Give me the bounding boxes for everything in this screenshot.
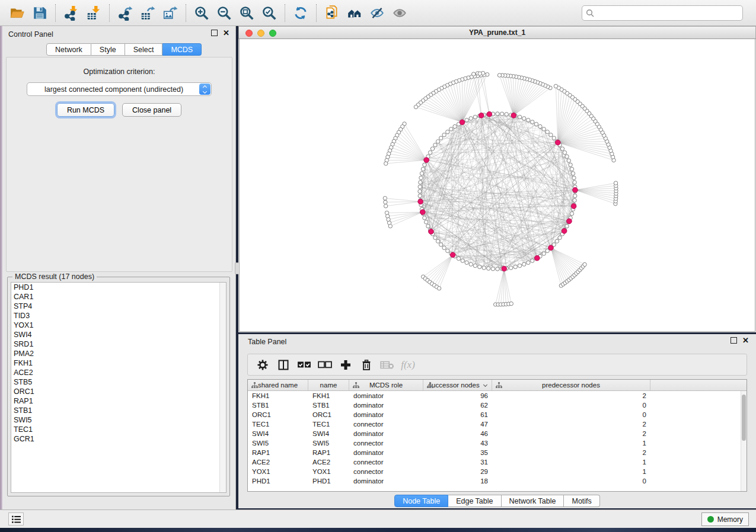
mcds-result-item[interactable]: CAR1	[11, 292, 226, 302]
show-columns-button[interactable]	[276, 358, 291, 372]
mcds-result-item[interactable]: SRD1	[11, 339, 226, 349]
zoom-out-button[interactable]	[213, 2, 235, 24]
mcds-result-item[interactable]: SWI5	[11, 415, 226, 425]
mcds-result-item[interactable]: TID3	[11, 311, 226, 321]
control-tab-style[interactable]: Style	[91, 43, 125, 56]
table-row[interactable]: ORC1ORC1dominator610	[248, 410, 747, 419]
mcds-result-item[interactable]: ACE2	[11, 368, 226, 377]
mcds-result-item[interactable]: STB5	[11, 377, 226, 387]
window-zoom-traffic-light[interactable]	[269, 30, 276, 37]
show-all-button[interactable]	[388, 2, 411, 24]
new-network-from-selection-button[interactable]	[321, 2, 343, 24]
search-input[interactable]	[582, 5, 743, 21]
zoom-fit-button[interactable]	[235, 2, 258, 24]
export-network-button[interactable]	[114, 2, 136, 24]
mcds-result-item[interactable]: PHD1	[11, 283, 226, 292]
table-row[interactable]: FKH1FKH1dominator962	[248, 391, 747, 400]
scrollbar-thumb[interactable]	[742, 395, 746, 441]
export-image-icon	[162, 5, 178, 21]
cell-successor-nodes: 29	[423, 467, 492, 476]
network-graph[interactable]	[240, 39, 755, 331]
function-builder-button-disabled[interactable]: f(x)	[400, 358, 416, 372]
cell-mcds-role: dominator	[349, 429, 423, 438]
mcds-result-item[interactable]: STP4	[11, 302, 226, 311]
column-header-successor-nodes[interactable]: successor nodes	[423, 380, 492, 390]
network-canvas[interactable]	[239, 39, 755, 332]
task-history-button[interactable]	[8, 512, 24, 525]
table-tab-edge-table[interactable]: Edge Table	[448, 495, 501, 507]
cell-name: SWI5	[308, 438, 349, 448]
import-table-button[interactable]	[82, 2, 105, 24]
delete-column-button[interactable]	[359, 358, 374, 372]
column-header-shared-name[interactable]: shared name	[248, 380, 308, 390]
add-column-button[interactable]	[338, 358, 353, 372]
export-image-button[interactable]	[159, 2, 181, 24]
zoom-out-icon	[216, 5, 232, 21]
control-panel-titlebar: Control Panel ✕	[2, 26, 235, 41]
mcds-result-item[interactable]: GCR1	[11, 434, 226, 444]
toolbar-separator	[55, 4, 56, 22]
control-panel-title: Control Panel	[8, 30, 53, 39]
close-panel-icon[interactable]: ✕	[742, 337, 749, 344]
refresh-button[interactable]	[289, 2, 312, 24]
cell-shared-name: FKH1	[248, 391, 308, 400]
mcds-result-item[interactable]: ORC1	[11, 387, 226, 396]
control-tab-mcds[interactable]: MCDS	[162, 43, 202, 56]
close-panel-icon[interactable]: ✕	[223, 30, 229, 36]
memory-button[interactable]: Memory	[701, 512, 749, 526]
column-header-predecessor-nodes[interactable]: predecessor nodes	[492, 380, 650, 390]
float-panel-icon[interactable]	[731, 337, 737, 344]
window-minimize-traffic-light[interactable]	[257, 30, 264, 37]
import-network-button[interactable]	[60, 2, 82, 24]
zoom-selected-button[interactable]	[258, 2, 280, 24]
export-network-icon	[117, 5, 133, 21]
table-row[interactable]: SWI5SWI5connector431	[248, 438, 747, 448]
zoom-in-icon	[194, 5, 209, 21]
open-file-button[interactable]	[6, 2, 28, 24]
column-header-name[interactable]: name	[308, 380, 349, 390]
mcds-result-item[interactable]: STB1	[11, 406, 226, 415]
node-table-scrollbar[interactable]	[741, 391, 747, 491]
export-table-button[interactable]	[136, 2, 159, 24]
optimization-criterion-label: Optimization criterion:	[7, 68, 232, 76]
cell-mcds-role: connector	[349, 438, 423, 448]
column-header-MCDS-role[interactable]: MCDS role	[349, 380, 423, 390]
mcds-result-item[interactable]: YOX1	[11, 321, 226, 330]
mcds-result-item[interactable]: TEC1	[11, 425, 226, 434]
control-tab-select[interactable]: Select	[125, 43, 163, 56]
mcds-result-item[interactable]: PMA2	[11, 349, 226, 358]
mcds-result-item[interactable]: SWI4	[11, 330, 226, 339]
toolbar-separator	[285, 4, 285, 22]
table-row[interactable]: PHD1PHD1dominator180	[248, 476, 747, 486]
toolbar-separator	[316, 4, 317, 22]
table-row[interactable]: STB1STB1dominator620	[248, 400, 747, 410]
window-close-traffic-light[interactable]	[245, 30, 253, 37]
table-settings-button[interactable]	[255, 358, 270, 372]
mcds-result-item[interactable]: FKH1	[11, 358, 226, 368]
mcds-result-scrollbar[interactable]	[219, 283, 226, 492]
delete-table-button-disabled[interactable]	[379, 358, 395, 372]
hide-selected-button[interactable]	[366, 2, 388, 24]
select-all-button[interactable]	[296, 358, 312, 372]
table-row[interactable]: RAP1RAP1dominator352	[248, 448, 747, 457]
mcds-result-list[interactable]: PHD1CAR1STP4TID3YOX1SWI4SRD1PMA2FKH1ACE2…	[11, 282, 227, 493]
run-mcds-button[interactable]: Run MCDS	[57, 103, 114, 117]
table-row[interactable]: TEC1TEC1connector472	[248, 419, 747, 429]
houses-icon	[347, 5, 362, 21]
zoom-in-button[interactable]	[190, 2, 213, 24]
table-row[interactable]: ACE2ACE2connector311	[248, 457, 747, 467]
mcds-result-item[interactable]: RAP1	[11, 396, 226, 406]
table-row[interactable]: SWI4SWI4dominator462	[248, 429, 747, 438]
close-panel-button[interactable]: Close panel	[122, 103, 181, 117]
deselect-all-button[interactable]	[317, 358, 333, 372]
table-tab-network-table[interactable]: Network Table	[502, 495, 564, 507]
first-neighbors-button[interactable]	[343, 2, 366, 24]
save-session-button[interactable]	[28, 2, 51, 24]
table-tab-motifs[interactable]: Motifs	[564, 495, 599, 507]
table-row[interactable]: YOX1YOX1connector291	[248, 467, 747, 476]
float-panel-icon[interactable]	[211, 30, 218, 36]
control-tab-network[interactable]: Network	[46, 43, 91, 56]
table-tab-node-table[interactable]: Node Table	[394, 495, 448, 507]
refresh-icon	[293, 5, 308, 21]
optimization-criterion-select[interactable]: largest connected component (undirected)	[27, 82, 212, 96]
